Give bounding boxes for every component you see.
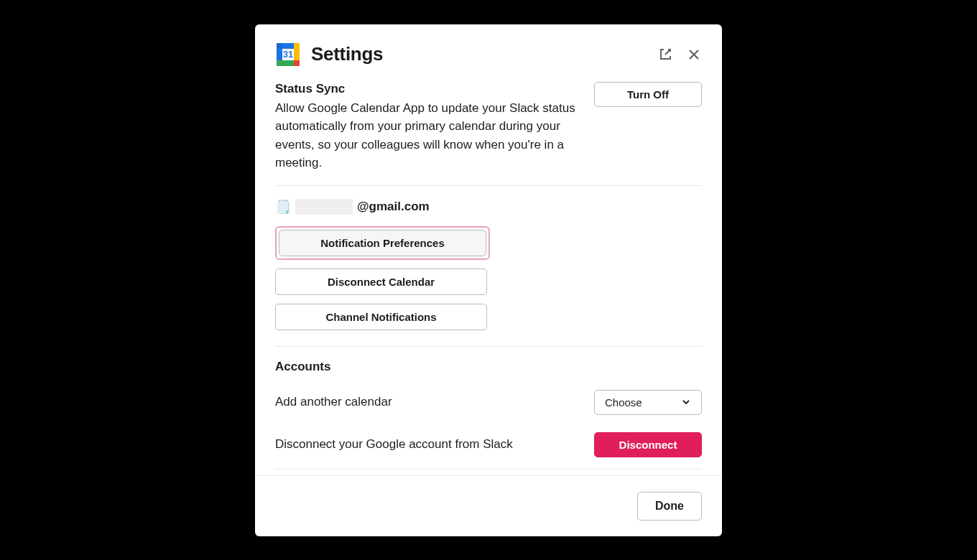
svg-rect-5 [294, 60, 300, 66]
redacted-email-prefix [295, 199, 353, 215]
google-calendar-icon: 31 [275, 42, 301, 67]
status-sync-title: Status Sync [275, 82, 580, 96]
status-sync-description: Allow Google Calendar App to update your… [275, 99, 580, 172]
divider [275, 469, 702, 470]
svg-rect-6 [277, 43, 282, 49]
modal-footer: Done [255, 475, 722, 536]
account-email-suffix: @gmail.com [357, 200, 430, 214]
modal-header: 31 Settings [255, 24, 722, 82]
turn-off-button[interactable]: Turn Off [594, 82, 702, 107]
status-sync-section: Status Sync Allow Google Calendar App to… [275, 82, 702, 185]
channel-notifications-button[interactable]: Channel Notifications [275, 304, 487, 330]
done-button[interactable]: Done [637, 492, 702, 521]
header-actions [657, 47, 702, 62]
notification-preferences-button[interactable]: Notification Preferences [279, 230, 486, 256]
add-calendar-row: Add another calendar Choose [275, 384, 702, 426]
disconnect-account-label: Disconnect your Google account from Slac… [275, 437, 513, 452]
account-row: 🗒️ @gmail.com [275, 186, 702, 226]
modal-body: Status Sync Allow Google Calendar App to… [255, 82, 722, 470]
add-calendar-label: Add another calendar [275, 395, 392, 409]
highlighted-selection: Notification Preferences [275, 226, 490, 260]
calendar-action-buttons: Notification Preferences Disconnect Cale… [275, 226, 702, 346]
notepad-icon: 🗒️ [275, 199, 291, 215]
settings-modal: 31 Settings Status Sync Allow Google Cal [255, 24, 722, 536]
choose-calendar-select[interactable]: Choose [594, 390, 702, 415]
disconnect-account-row: Disconnect your Google account from Slac… [275, 426, 702, 469]
chevron-down-icon [681, 397, 691, 407]
svg-text:31: 31 [283, 49, 293, 60]
modal-title: Settings [311, 43, 657, 65]
open-external-icon[interactable] [657, 47, 673, 62]
disconnect-button[interactable]: Disconnect [594, 432, 702, 457]
disconnect-calendar-button[interactable]: Disconnect Calendar [275, 269, 487, 295]
accounts-section-title: Accounts [275, 347, 702, 384]
close-icon[interactable] [686, 47, 702, 62]
choose-label: Choose [605, 396, 642, 409]
